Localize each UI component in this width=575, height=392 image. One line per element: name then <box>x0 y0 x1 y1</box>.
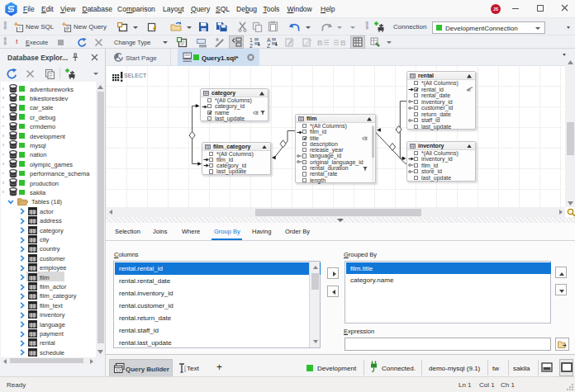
svg-text:B: B <box>340 39 346 46</box>
svg-text:2: 2 <box>249 43 253 49</box>
svg-text:Z: Z <box>267 43 271 49</box>
svg-text:B: B <box>317 39 323 46</box>
